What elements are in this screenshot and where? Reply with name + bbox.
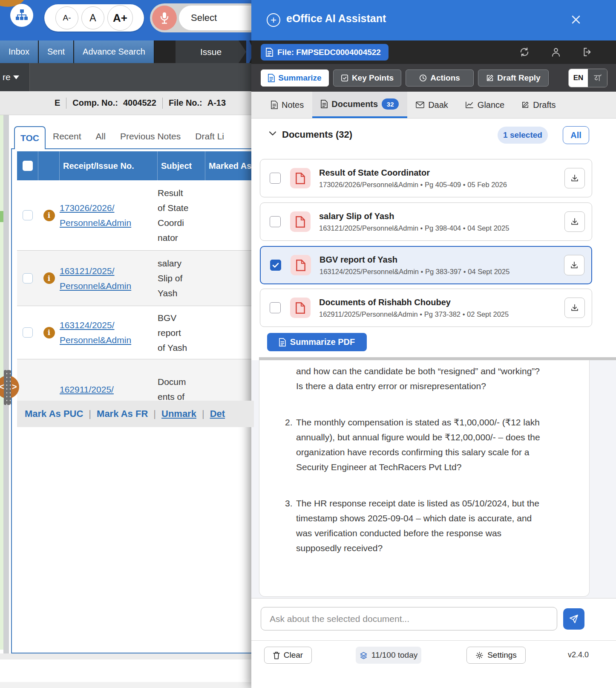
sign-out-icon[interactable] [582, 46, 593, 58]
clear-button[interactable]: Clear [264, 647, 312, 664]
document-checkbox[interactable] [270, 216, 281, 227]
microphone-button[interactable] [152, 6, 177, 30]
font-decrease-button[interactable]: A- [55, 6, 78, 29]
summary-scroll-region: and how can the candidate be both “resig… [251, 360, 616, 598]
document-checkbox[interactable] [270, 173, 281, 184]
refresh-icon[interactable] [519, 46, 530, 58]
unmark-link[interactable]: Unmark [161, 408, 196, 419]
tab-daak[interactable]: Daak [407, 92, 457, 118]
receipt-link[interactable]: 163121/2025/ Personnel&Admin [60, 251, 158, 306]
language-english-option[interactable]: EN [569, 69, 588, 87]
document-card-selected[interactable]: BGV report of Yash 163124/2025/Personnel… [260, 246, 592, 284]
tab-draft-list[interactable]: Draft Li [195, 128, 224, 145]
draft-reply-button[interactable]: Draft Reply [478, 69, 549, 87]
font-increase-button[interactable]: A+ [107, 5, 133, 31]
row-checkbox[interactable] [23, 327, 33, 338]
table-row[interactable]: 162911/2025/ Personnel&Admin Documents o… [17, 359, 254, 401]
key-points-label: Key Points [352, 73, 394, 83]
settings-button[interactable]: Settings [466, 647, 526, 664]
select-all-checkbox[interactable] [23, 161, 33, 171]
quick-actions-bar: Summarize Key Points Actions Draft Reply… [251, 64, 616, 92]
ai-assistant-panel: + eOffice AI Assistant File: FMPSEDC0004… [251, 0, 616, 688]
tab-underline [11, 148, 254, 149]
more-dropdown[interactable]: re [0, 63, 30, 91]
horizontal-scrollbar[interactable] [259, 357, 616, 360]
document-checkbox[interactable] [270, 302, 281, 313]
pdf-file-icon [290, 298, 311, 318]
download-button[interactable] [564, 298, 585, 318]
pdf-file-icon [290, 168, 311, 188]
expand-right-icon[interactable]: > [12, 382, 17, 392]
divider: | [153, 408, 156, 419]
subject-cell: Resultof StateCoordinator [158, 180, 205, 250]
collapse-left-icon[interactable]: < [0, 382, 4, 392]
info-icon[interactable]: i [43, 272, 55, 284]
download-button[interactable] [564, 211, 585, 232]
font-normal-button[interactable]: A [81, 6, 104, 29]
download-button[interactable] [564, 255, 584, 275]
language-hindi-option[interactable]: हिं [588, 69, 607, 87]
document-checkbox-checked[interactable] [270, 260, 281, 271]
issue-tab[interactable]: Issue [176, 40, 246, 63]
info-icon[interactable]: i [43, 327, 55, 338]
tab-all[interactable]: All [96, 128, 106, 145]
receipt-link[interactable]: 162911/2025/ Personnel&Admin [60, 359, 158, 401]
table-row[interactable]: i 163121/2025/ Personnel&Admin salarySli… [17, 251, 254, 306]
select-dropdown[interactable]: Select [179, 6, 254, 30]
tab-drafts[interactable]: Drafts [513, 92, 564, 118]
tab-documents[interactable]: Documents 32 [312, 92, 407, 118]
receipt-link[interactable]: 173026/2026/ Personnel&Admin [60, 180, 158, 250]
ask-document-input[interactable] [261, 607, 557, 630]
row-checkbox[interactable] [23, 210, 33, 220]
tab-previous-notes[interactable]: Previous Notes [120, 128, 181, 145]
file-chip[interactable]: File: FMPSEDC0004004522 [261, 44, 389, 61]
nav-sent-button[interactable]: Sent [39, 40, 74, 63]
marked-as-column-header: Marked As [205, 151, 254, 180]
mark-as-puc-link[interactable]: Mark As PUC [25, 408, 83, 419]
chart-line-icon [465, 101, 474, 109]
document-title: salary Slip of Yash [319, 211, 564, 221]
user-icon[interactable] [550, 46, 561, 58]
actions-button[interactable]: Actions [406, 69, 474, 87]
tab-notes[interactable]: Notes [262, 92, 312, 118]
org-hierarchy-button[interactable] [10, 4, 33, 27]
row-checkbox[interactable] [23, 273, 33, 283]
send-button[interactable] [563, 608, 584, 630]
marked-as-cell [205, 306, 254, 359]
tab-toc[interactable]: TOC [14, 126, 46, 149]
summarize-pdf-button[interactable]: Summarize PDF [267, 333, 367, 351]
summary-content-box[interactable]: and how can the candidate be both “resig… [259, 360, 590, 597]
document-card[interactable]: Result of State Coordinator 173026/2026/… [260, 159, 592, 197]
file-chip-label: File: FMPSEDC0004004522 [277, 48, 381, 57]
table-row[interactable]: i 163124/2025/ Personnel&Admin BGVreport… [17, 306, 254, 359]
divider: | [89, 408, 91, 419]
document-meta: 163121/2025/Personnel&Admin • Pg 398-404… [319, 224, 564, 232]
nav-inbox-button[interactable]: Inbox [0, 40, 39, 63]
summarize-pdf-icon [279, 338, 286, 347]
receipt-link[interactable]: 163124/2025/ Personnel&Admin [60, 306, 158, 359]
document-card[interactable]: Documents of Rishabh Choubey 162911/2025… [260, 289, 592, 327]
trash-icon [273, 651, 280, 659]
nav-advance-search-button[interactable]: Advance Search [74, 40, 155, 63]
close-icon[interactable] [568, 12, 584, 27]
tab-glance[interactable]: Glance [457, 92, 513, 118]
info-icon[interactable]: i [43, 210, 55, 221]
download-button[interactable] [564, 168, 585, 188]
assistant-title: eOffice AI Assistant [286, 12, 386, 25]
detach-link[interactable]: Det [210, 408, 225, 419]
summarize-button[interactable]: Summarize [261, 69, 329, 87]
layers-icon [360, 651, 368, 659]
document-card[interactable]: salary Slip of Yash 163121/2025/Personne… [260, 202, 592, 241]
divider: | [202, 408, 204, 419]
documents-section-title: Documents (32) [282, 129, 352, 140]
mark-as-fr-link[interactable]: Mark As FR [97, 408, 148, 419]
divider [251, 598, 616, 598]
summarize-doc-icon [268, 74, 275, 82]
collapse-section-icon[interactable] [268, 130, 277, 136]
select-all-documents-button[interactable]: All [563, 126, 589, 144]
splitter-grip[interactable] [4, 370, 11, 405]
key-points-button[interactable]: Key Points [333, 69, 401, 87]
tab-recent[interactable]: Recent [53, 128, 81, 145]
question-text: The monthly compensation is stated as ₹1… [296, 415, 545, 474]
table-row[interactable]: i 173026/2026/ Personnel&Admin Resultof … [17, 180, 254, 251]
